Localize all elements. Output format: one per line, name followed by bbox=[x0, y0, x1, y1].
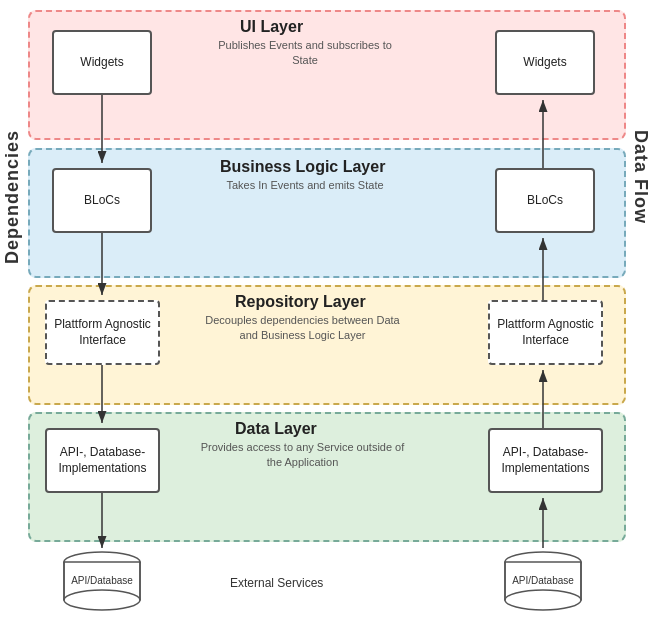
data-layer-title: Data Layer bbox=[235, 420, 317, 438]
db-left-cylinder: API/Database bbox=[62, 550, 142, 615]
widgets-left-box: Widgets bbox=[52, 30, 152, 95]
svg-point-8 bbox=[505, 590, 581, 610]
biz-layer-subtitle: Takes In Events and emits State bbox=[210, 178, 400, 193]
external-services-label: External Services bbox=[230, 576, 323, 590]
api-left-box: API-, Database- Implementations bbox=[45, 428, 160, 493]
svg-point-2 bbox=[64, 590, 140, 610]
platform-right-box: Plattform Agnostic Interface bbox=[488, 300, 603, 365]
diagram-container: Dependencies Data Flow UI Layer Publishe… bbox=[0, 0, 653, 631]
db-right-cylinder: API/Database bbox=[503, 550, 583, 615]
svg-text:API/Database: API/Database bbox=[71, 575, 133, 586]
blocs-right-box: BLoCs bbox=[495, 168, 595, 233]
repo-layer-title: Repository Layer bbox=[235, 293, 366, 311]
blocs-left-box: BLoCs bbox=[52, 168, 152, 233]
ui-layer-title: UI Layer bbox=[240, 18, 303, 36]
biz-layer-title: Business Logic Layer bbox=[220, 158, 385, 176]
platform-left-box: Plattform Agnostic Interface bbox=[45, 300, 160, 365]
data-flow-label: Data Flow bbox=[630, 130, 651, 224]
dependencies-label: Dependencies bbox=[2, 130, 23, 264]
widgets-right-box: Widgets bbox=[495, 30, 595, 95]
svg-text:API/Database: API/Database bbox=[512, 575, 574, 586]
repo-layer-subtitle: Decouples dependencies between Data and … bbox=[195, 313, 410, 344]
ui-layer-subtitle: Publishes Events and subscribes to State bbox=[215, 38, 395, 69]
api-right-box: API-, Database- Implementations bbox=[488, 428, 603, 493]
data-layer-subtitle: Provides access to any Service outside o… bbox=[195, 440, 410, 471]
